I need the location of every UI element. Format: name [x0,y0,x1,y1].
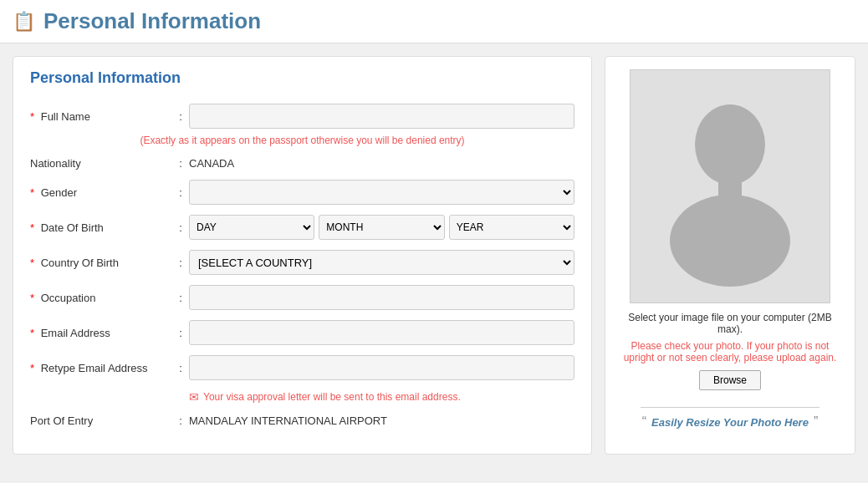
country-birth-label: * Country Of Birth [30,257,172,269]
full-name-row: * Full Name : [30,104,574,129]
email-control [189,320,574,345]
gender-select[interactable]: Male Female [189,180,574,205]
retype-email-input[interactable] [189,355,574,380]
field-separator: : [172,414,189,427]
occupation-label: * Occupation [30,292,172,304]
form-icon: 📋 [13,11,35,33]
retype-email-row: * Retype Email Address : [30,355,574,380]
required-star: * [30,362,34,374]
dob-row: * Date Of Birth : DAY MONTH YEAR [30,215,574,240]
port-of-entry-label: Port Of Entry [30,414,172,427]
field-separator: : [172,110,189,123]
dob-day-select[interactable]: DAY [189,215,314,240]
retype-email-control [189,355,574,380]
email-input[interactable] [189,320,574,345]
field-separator: : [172,186,189,199]
photo-container [630,69,830,303]
country-birth-control: [SELECT A COUNTRY] [189,250,574,275]
field-separator: : [172,327,189,339]
required-star: * [30,327,34,339]
occupation-row: * Occupation : [30,285,574,310]
country-birth-row: * Country Of Birth : [SELECT A COUNTRY] [30,250,574,275]
field-separator: : [172,362,189,374]
dob-control: DAY MONTH YEAR [189,215,574,240]
panel-divider [641,407,819,408]
email-row: * Email Address : [30,320,574,345]
main-layout: Personal Information * Full Name : (Exac… [13,56,855,455]
required-star: * [30,110,34,123]
svg-point-0 [695,104,765,185]
resize-text[interactable]: Easily Resize Your Photo Here [651,416,809,429]
gender-label: * Gender [30,186,172,199]
photo-panel: Select your image file on your computer … [605,56,855,455]
passport-note: (Exactly as it appears on the passport o… [30,135,574,146]
email-label: * Email Address [30,327,172,339]
field-separator: : [172,257,189,269]
required-star: * [30,257,34,269]
gender-control: Male Female [189,180,574,205]
port-of-entry-row: Port Of Entry : MANDALAY INTERNATIONAL A… [30,414,574,427]
required-star: * [30,186,34,199]
full-name-label: * Full Name [30,110,172,123]
nationality-control: CANADA [189,156,574,170]
field-separator: : [172,157,189,170]
close-quote-icon: ” [814,414,818,430]
page-title: Personal Information [43,8,261,34]
email-icon: ✉ [189,390,199,404]
form-panel: Personal Information * Full Name : (Exac… [13,56,592,455]
photo-instructions: Select your image file on your computer … [618,312,842,335]
photo-warning: Please check your photo. If your photo i… [618,340,842,364]
browse-button[interactable]: Browse [699,370,761,390]
port-of-entry-control: MANDALAY INTERNATIONAL AIRPORT [189,414,574,427]
full-name-input[interactable] [189,104,574,129]
field-separator: : [172,221,189,234]
svg-point-2 [670,195,790,287]
required-star: * [30,221,34,234]
port-of-entry-value: MANDALAY INTERNATIONAL AIRPORT [189,414,387,427]
country-birth-select[interactable]: [SELECT A COUNTRY] [189,250,574,275]
required-star: * [30,292,34,304]
nationality-row: Nationality : CANADA [30,156,574,170]
dob-label: * Date Of Birth [30,221,172,234]
email-note: ✉ Your visa approval letter will be sent… [189,390,574,404]
full-name-control [189,104,574,129]
field-separator: : [172,292,189,304]
nationality-value: CANADA [189,157,234,170]
nationality-label: Nationality [30,157,172,170]
resize-link: “ Easily Resize Your Photo Here ” [642,414,819,430]
dob-month-select[interactable]: MONTH [319,215,444,240]
dob-year-select[interactable]: YEAR [449,215,574,240]
occupation-control [189,285,574,310]
retype-email-label: * Retype Email Address [30,362,172,374]
occupation-input[interactable] [189,285,574,310]
page-title-bar: 📋 Personal Information [0,0,868,43]
section-title: Personal Information [30,69,574,91]
open-quote-icon: “ [642,414,646,430]
avatar-silhouette [646,86,814,287]
gender-row: * Gender : Male Female [30,180,574,205]
